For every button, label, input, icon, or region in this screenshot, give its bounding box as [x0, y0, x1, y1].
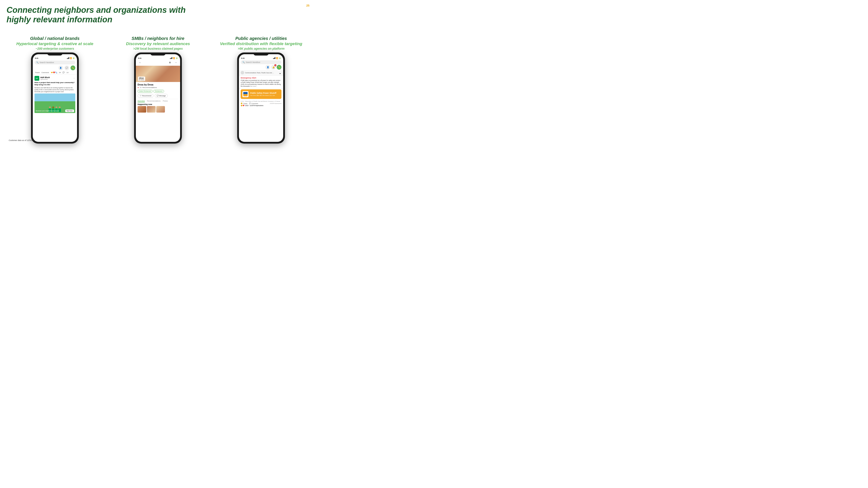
food-thumb-3	[156, 106, 165, 112]
phone-notch-1	[47, 53, 62, 56]
chat-icon[interactable]: 💬	[64, 65, 69, 70]
dosa-content: Dosa by Dosa ♥ 72 Recommendations Indian…	[136, 82, 180, 142]
heart-icon: ♥	[137, 87, 139, 89]
emergency-title: Emergency Alert	[241, 77, 281, 79]
hr-block-logo: H&R	[34, 76, 39, 81]
search-icon-3: 🔍	[242, 61, 245, 63]
start-here-button[interactable]: Start here	[65, 109, 74, 112]
emergency-body: PG&E plans to proactively turn off power…	[241, 79, 281, 87]
phone2-time: 9:41	[138, 57, 142, 59]
phone1-reactions-bar: Thank Comment 🤝❤️🐾 34 💬 14	[33, 71, 77, 75]
nav-overview[interactable]: Overview	[137, 100, 145, 102]
phone-screen-1: 9:41 📶 🔋 🔍 Search Nextdoor	[33, 54, 77, 142]
col2-stat: >2M local business claimed pages	[133, 47, 183, 50]
recommend-button[interactable]: 🤍 Recommend	[137, 94, 153, 98]
phone1-battery: 🔋	[73, 57, 75, 59]
phone-notch-3	[253, 53, 269, 56]
phone3-searchbar[interactable]: 🔍 Search Nextdoor	[241, 60, 281, 64]
person-icon[interactable]: 👤	[58, 65, 63, 70]
col3-heading: Public agencies / utilities	[235, 36, 287, 41]
dosa-food-image: dosa BY DOSA	[136, 66, 180, 82]
notification-count: 23	[274, 64, 276, 66]
search-icon: 🔍	[36, 61, 39, 64]
phone3-bottom: 8 Oct · Subscribers of Pacific Gas and E…	[239, 100, 283, 107]
person-icon-3[interactable]: 👤	[266, 65, 270, 70]
dosa-recommendations: ♥ 72 Recommendations	[137, 87, 178, 89]
page-title: Connecting neighbors and organizations w…	[6, 5, 202, 24]
dosa-nav: Overview Recommendations Photos	[137, 99, 178, 102]
phone-notch-2	[150, 53, 165, 56]
columns-container: Global / national brands Hyperlocal targ…	[4, 36, 312, 143]
rec-label: Recommendations	[142, 87, 157, 89]
col3-stat: >5K public agencies on platform	[238, 47, 284, 50]
nav-photos[interactable]: Photos	[163, 100, 168, 102]
impressions-count: 121978 Impressions	[270, 103, 281, 104]
col1-stat: ~200 enterprise customers	[36, 47, 74, 50]
pge-safety-banner: Public Safety Power Shutoff Alert Alerta…	[241, 89, 281, 99]
comment-icon: 💬	[249, 103, 251, 104]
dosa-tags: Indian Restaurant Restaurant	[137, 90, 178, 93]
phone1-time: 9:41	[35, 57, 38, 59]
comment-button-3[interactable]: 💬 Comment	[249, 103, 258, 104]
phone-screen-2: 9:41 📶 🔋 ‹ ⬆ ···	[136, 54, 180, 142]
compose-icon[interactable]: ✏️	[70, 65, 75, 70]
thank-button-3[interactable]: 😊 Thank	[241, 103, 247, 104]
post-company: H&R Block	[40, 76, 50, 78]
nominate-text: Nominate your neighborhood project!	[36, 110, 59, 111]
post-title: Have a project that would help your comm…	[34, 82, 75, 86]
pge-languages: Alert Alerta 通知 Cảnh Báo Babala 경보 Тpea	[250, 95, 276, 96]
phone1-post: H&R H&R Block Sponsored ··· Have a proje…	[33, 75, 77, 142]
share-button[interactable]: ⬆	[167, 60, 172, 65]
column-smbs: SMBs / neighbors for hire Discovery by r…	[107, 36, 208, 143]
notification-bell[interactable]: 🔔 23	[271, 65, 276, 70]
phone1-searchbar[interactable]: 🔍 Search Nextdoor	[34, 61, 75, 64]
chevron-down-icon: ⌄	[279, 71, 281, 75]
nav-recommendations[interactable]: Recommendations	[147, 100, 161, 102]
heart-outline-icon: 🤍	[140, 95, 142, 97]
comment-button[interactable]: Comment	[41, 72, 49, 73]
phone1-action-buttons: 👤 💬 ✏️	[33, 65, 77, 71]
rec-count: 72	[140, 87, 142, 89]
col3-subheading: Verified distribution with flexible targ…	[220, 41, 302, 46]
phone3-time: 9:41	[241, 57, 245, 59]
bottom-actions: 😊 Thank 💬 Comment 121978 Impressions	[241, 103, 281, 104]
pge-logo	[242, 91, 248, 97]
reactions-count: 34	[59, 72, 61, 73]
dosa-title: Dosa by Dosa	[137, 83, 178, 86]
compose-icon-3[interactable]: ✏️	[277, 65, 281, 70]
comments-count: 💬	[62, 72, 65, 73]
phone1-wifi: 📶	[70, 57, 72, 59]
tag-indian-restaurant[interactable]: Indian Restaurant	[137, 90, 153, 93]
phone3-search-text: Search Nextdoor	[246, 61, 260, 63]
post-sponsored: Sponsored	[40, 78, 50, 80]
dosa-actions: 🤍 Recommend 💬 Message	[137, 94, 178, 98]
col2-heading: SMBs / neighbors for hire	[131, 36, 184, 41]
post-body: Nextdoor and H&R Block are working toget…	[34, 87, 75, 93]
column-public-agencies: Public agencies / utilities Verified dis…	[211, 36, 312, 143]
customer-data-note: Customer data as of 12/31/20.	[9, 139, 35, 141]
col1-heading: Global / national brands	[30, 36, 80, 41]
tag-restaurant[interactable]: Restaurant	[153, 90, 164, 93]
thank-button[interactable]: Thank	[35, 72, 40, 73]
message-button[interactable]: 💬 Message	[155, 94, 168, 98]
see-more-link[interactable]: See more...	[250, 86, 257, 87]
comments-number: 14	[66, 72, 68, 73]
post-date: 8 Oct · Subscribers of Pacific Gas and E…	[241, 101, 281, 102]
reaction-emoji: 🤝❤️🐾	[51, 72, 57, 73]
phone2-battery: 🔋	[176, 57, 178, 59]
pge-banner-title: Public Safety Power Shutoff	[250, 92, 276, 94]
col2-subheading: Discovery by relevant audiences	[126, 41, 190, 46]
phone-screen-3: 9:41 📶 🔋 🔍 Search Nextdoor 👤 �	[239, 54, 283, 142]
back-button[interactable]: ‹	[137, 60, 142, 65]
more-button[interactable]: ···	[174, 60, 178, 65]
phone2-wifi: 📶	[173, 57, 175, 59]
phone-mockup-3: 9:41 📶 🔋 🔍 Search Nextdoor 👤 �	[237, 53, 285, 143]
phone1-signal	[67, 57, 69, 59]
phone1-search-text: Search Nextdoor	[39, 61, 54, 64]
food-thumbnails	[137, 106, 178, 112]
phone-mockup-2: 9:41 📶 🔋 ‹ ⬆ ···	[134, 53, 182, 143]
column-global-brands: Global / national brands Hyperlocal targ…	[4, 36, 105, 143]
communications-header: Communications Team, Pacific Gas and ...…	[239, 70, 283, 76]
post-community-image: Nominate your neighborhood project! Star…	[34, 94, 75, 113]
phone-mockup-1: 9:41 📶 🔋 🔍 Search Nextdoor	[31, 53, 79, 143]
